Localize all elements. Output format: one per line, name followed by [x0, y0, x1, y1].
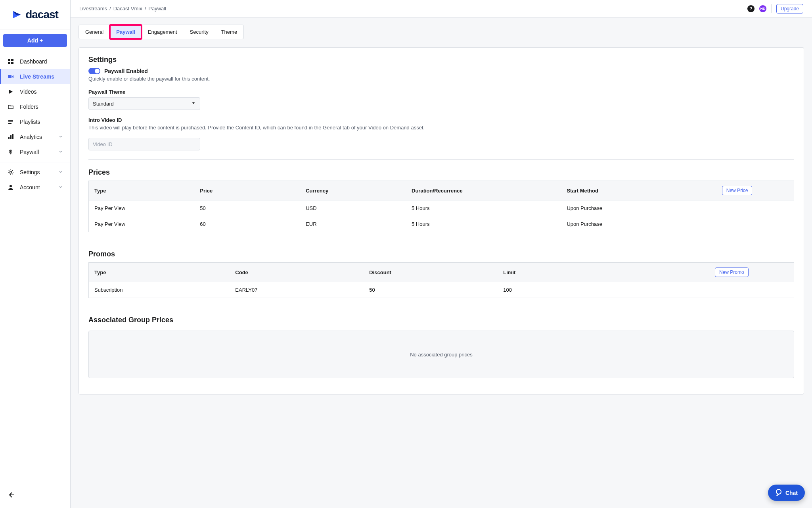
breadcrumb-item[interactable]: Paywall: [148, 6, 166, 12]
sidebar-item-playlists[interactable]: Playlists: [0, 114, 70, 129]
section-settings: Settings Paywall Enabled Quickly enable …: [88, 56, 794, 150]
new-price-button[interactable]: New Price: [722, 186, 753, 195]
arrow-left-icon[interactable]: [7, 492, 15, 500]
divider: [771, 4, 772, 13]
table-row[interactable]: Subscription EARLY07 50 100: [89, 282, 794, 298]
help-text: This video will play before the content …: [88, 125, 794, 131]
help-text: Quickly enable or disable the paywall fo…: [88, 76, 794, 82]
sidebar-item-paywall[interactable]: Paywall: [0, 144, 70, 160]
breadcrumb: Livestreams / Dacast Vmix / Paywall: [79, 6, 166, 12]
tab-general[interactable]: General: [79, 25, 110, 39]
tab-engagement[interactable]: Engagement: [142, 25, 184, 39]
breadcrumb-sep: /: [109, 6, 111, 12]
dashboard-icon: [7, 58, 14, 65]
chevron-down-icon: [58, 149, 63, 155]
help-icon[interactable]: ?: [747, 5, 755, 12]
section-prices: Prices Type Price Currency Duration/Recu…: [88, 168, 794, 232]
play-icon: [7, 89, 14, 95]
cell-duration: 5 Hours: [406, 200, 561, 216]
cell-duration: 5 Hours: [406, 216, 561, 232]
divider: [88, 159, 794, 160]
breadcrumb-sep: /: [145, 6, 146, 12]
cell-price: 50: [194, 200, 300, 216]
svg-rect-9: [10, 135, 11, 139]
cell-limit: 100: [498, 282, 709, 298]
section-heading: Prices: [88, 168, 794, 177]
playlist-icon: [7, 119, 14, 125]
divider: [88, 241, 794, 241]
select-value: Standard: [93, 101, 114, 107]
svg-rect-8: [8, 137, 10, 139]
toggle-label: Paywall Enabled: [104, 68, 148, 74]
tab-paywall[interactable]: Paywall: [110, 25, 142, 39]
sidebar-item-settings[interactable]: Settings: [0, 165, 70, 180]
sidebar-item-label: Dashboard: [20, 58, 47, 65]
tab-theme[interactable]: Theme: [215, 25, 243, 39]
intro-video-id-input[interactable]: [88, 138, 200, 150]
divider: [88, 307, 794, 307]
gear-icon: [7, 169, 14, 175]
sidebar-item-folders[interactable]: Folders: [0, 99, 70, 114]
assoc-empty-box: No associated group prices: [88, 331, 794, 378]
add-button[interactable]: Add +: [3, 34, 67, 47]
table-header: Type: [89, 263, 230, 282]
svg-rect-1: [11, 59, 13, 61]
chevron-down-icon: [58, 134, 63, 140]
tab-security[interactable]: Security: [184, 25, 215, 39]
cell-type: Subscription: [89, 282, 230, 298]
svg-rect-2: [8, 62, 10, 64]
cell-type: Pay Per View: [89, 200, 195, 216]
new-promo-button[interactable]: New Promo: [715, 267, 749, 277]
table-row[interactable]: Pay Per View 60 EUR 5 Hours Upon Purchas…: [89, 216, 794, 232]
breadcrumb-item[interactable]: Dacast Vmix: [113, 6, 142, 12]
breadcrumb-item[interactable]: Livestreams: [79, 6, 107, 12]
cell-currency: USD: [300, 200, 406, 216]
sidebar-item-label: Live Streams: [20, 73, 54, 80]
dollar-icon: [7, 149, 14, 155]
chat-button[interactable]: Chat: [768, 485, 805, 501]
logo[interactable]: dacast: [0, 0, 70, 29]
chat-icon: [775, 489, 782, 497]
cell-price: 60: [194, 216, 300, 232]
cell-code: EARLY07: [230, 282, 364, 298]
sidebar-item-analytics[interactable]: Analytics: [0, 129, 70, 144]
table-header: Duration/Recurrence: [406, 181, 561, 200]
svg-point-13: [776, 489, 781, 494]
avatar[interactable]: HD: [759, 5, 766, 12]
sidebar-item-label: Folders: [20, 104, 38, 110]
cell-start: Upon Purchase: [561, 216, 716, 232]
logo-mark-icon: [12, 9, 24, 21]
sidebar-item-videos[interactable]: Videos: [0, 84, 70, 99]
table-row[interactable]: Pay Per View 50 USD 5 Hours Upon Purchas…: [89, 200, 794, 216]
sidebar-item-label: Settings: [20, 169, 40, 175]
svg-point-11: [10, 171, 12, 173]
chevron-down-icon: [191, 101, 196, 107]
prices-table: Type Price Currency Duration/Recurrence …: [88, 181, 794, 232]
svg-rect-4: [8, 75, 11, 78]
chevron-down-icon: [58, 184, 63, 190]
section-heading: Associated Group Prices: [88, 316, 794, 324]
section-heading: Promos: [88, 250, 794, 258]
tabs: General Paywall Engagement Security Them…: [79, 25, 244, 39]
paywall-theme-select[interactable]: Standard: [88, 97, 200, 110]
chat-label: Chat: [785, 490, 798, 496]
svg-point-12: [10, 185, 12, 187]
field-label: Paywall Theme: [88, 89, 794, 95]
table-header: Code: [230, 263, 364, 282]
paywall-enabled-toggle[interactable]: [88, 68, 100, 74]
svg-rect-6: [8, 121, 13, 122]
section-promos: Promos Type Code Discount Limit New Prom…: [88, 250, 794, 298]
cell-currency: EUR: [300, 216, 406, 232]
sidebar-item-account[interactable]: Account: [0, 180, 70, 195]
sidebar-item-label: Analytics: [20, 134, 42, 140]
empty-label: No associated group prices: [410, 352, 473, 358]
upgrade-button[interactable]: Upgrade: [776, 4, 803, 13]
table-header: Discount: [364, 263, 498, 282]
sidebar-item-live-streams[interactable]: Live Streams: [0, 69, 70, 84]
sidebar-item-dashboard[interactable]: Dashboard: [0, 54, 70, 69]
analytics-icon: [7, 134, 14, 140]
table-header: Limit: [498, 263, 709, 282]
cell-type: Pay Per View: [89, 216, 195, 232]
cell-start: Upon Purchase: [561, 200, 716, 216]
sidebar-nav: Dashboard Live Streams Videos Folders Pl: [0, 52, 70, 195]
